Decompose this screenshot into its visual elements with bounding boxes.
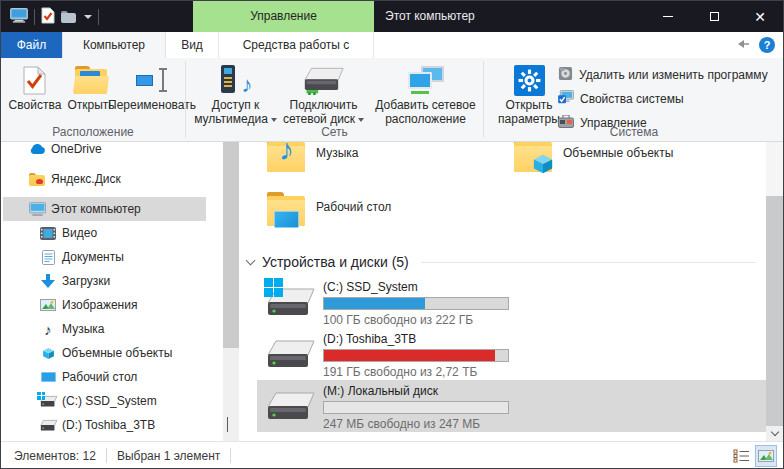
tab-computer[interactable]: Компьютер: [62, 32, 166, 58]
ribbon-corner-buttons: ?: [736, 32, 775, 58]
explorer-window: Управление Этот компьютер ✕ Файл Компьют…: [0, 0, 784, 469]
map-network-drive-button[interactable]: Подключить сетевой диск: [280, 62, 368, 126]
drive-tile-c[interactable]: (C:) SSD_System 100 ГБ свободно из 222 Г…: [257, 276, 766, 328]
sidebar-scroll-down-icon[interactable]: [227, 417, 228, 431]
add-network-location-label: Добавить сетевое расположение: [370, 98, 482, 126]
ribbon-tab-row: Файл Компьютер Вид Средства работы с дис…: [1, 32, 783, 58]
close-icon: ✕: [754, 10, 766, 24]
uninstall-program-label: Удалить или изменить программу: [579, 68, 768, 82]
free-space-text: 100 ГБ свободно из 222 ГБ: [323, 313, 513, 327]
sidebar-item-documents[interactable]: Документы: [3, 245, 206, 269]
large-icons-view-button[interactable]: [755, 445, 777, 467]
group-label-system: Система: [484, 125, 784, 139]
drive-name: (M:) Локальный диск: [323, 385, 513, 398]
sidebar-item-onedrive[interactable]: OneDrive: [3, 142, 206, 161]
items-count: Элементов: 12: [14, 449, 96, 463]
sidebar-item-videos[interactable]: Видео: [3, 221, 206, 245]
sidebar-item-drive-c[interactable]: (C:) SSD_System: [3, 389, 206, 413]
sidebar-item-label: (C:) SSD_System: [62, 394, 157, 408]
sidebar-item-music[interactable]: ♪ Музыка: [3, 317, 206, 341]
rename-button[interactable]: Переименовать: [119, 62, 185, 112]
customize-toolbar-chevron-icon[interactable]: [84, 15, 92, 19]
maximize-icon: [710, 12, 719, 21]
desktop-icon: [38, 372, 58, 382]
maximize-button[interactable]: [691, 1, 737, 32]
tab-view[interactable]: Вид: [166, 32, 218, 58]
drive-name: (C:) SSD_System: [323, 281, 513, 294]
group-label-location: Расположение: [1, 125, 185, 139]
properties-icon: [23, 62, 46, 98]
open-settings-label: Открыть параметры: [494, 98, 564, 126]
sidebar-item-label: Загрузки: [62, 274, 110, 288]
help-button[interactable]: ?: [759, 37, 775, 53]
media-server-icon: ♪: [219, 62, 253, 98]
drive-tile-m-selected[interactable]: (M:) Локальный диск 247 МБ свободно из 2…: [257, 380, 766, 432]
separator: [34, 9, 35, 25]
sidebar-item-label: Видео: [62, 226, 97, 240]
downloads-arrow-icon: [38, 274, 58, 289]
sidebar-item-this-pc[interactable]: Этот компьютер: [3, 197, 206, 221]
window-controls: ✕: [645, 1, 783, 32]
close-button[interactable]: ✕: [737, 1, 783, 32]
capacity-bar: [323, 349, 509, 362]
files-scroll-down-icon[interactable]: [766, 426, 783, 441]
sidebar-scrollbar-thumb[interactable]: [223, 142, 239, 348]
sidebar-scrollbar[interactable]: [223, 142, 239, 441]
tab-disk-tools[interactable]: Средства работы с дисками: [218, 32, 374, 58]
drive-tile-d[interactable]: (D:) Toshiba_3TB 191 ГБ свободно из 2,72…: [257, 328, 766, 380]
sidebar-item-3d-objects[interactable]: Объемные объекты: [3, 341, 206, 365]
onedrive-cloud-icon: [27, 143, 47, 155]
system-properties-icon: [558, 90, 574, 107]
uninstall-program-button[interactable]: Удалить или изменить программу: [558, 64, 768, 85]
group-header-line: [421, 262, 756, 263]
rename-label: Переименовать: [108, 98, 196, 112]
sidebar-item-downloads[interactable]: Загрузки: [3, 269, 206, 293]
sidebar-item-drive-d[interactable]: (D:) Toshiba_3TB: [3, 413, 206, 437]
files-pane: ♪ Музыка Объемные объекты Рабочий стол У…: [239, 142, 766, 441]
open-folder-icon: [74, 62, 108, 98]
capacity-bar: [323, 401, 509, 414]
sidebar-item-desktop[interactable]: Рабочий стол: [3, 365, 206, 389]
sidebar-item-label: Изображения: [62, 298, 137, 312]
folder-tile-desktop[interactable]: Рабочий стол: [267, 190, 514, 244]
sidebar-item-label: Яндекс.Диск: [51, 172, 121, 186]
sidebar-item-label: (D:) Toshiba_3TB: [62, 418, 155, 432]
window-title: Этот компьютер: [385, 1, 475, 32]
files-scrollbar-thumb[interactable]: [766, 196, 783, 429]
folder-tile-3d-objects[interactable]: Объемные объекты: [514, 142, 761, 190]
pin-ribbon-icon[interactable]: [736, 38, 750, 52]
tab-file[interactable]: Файл: [1, 32, 62, 58]
separator: [230, 448, 231, 463]
properties-button[interactable]: Свойства: [7, 62, 63, 112]
folder-tile-music[interactable]: ♪ Музыка: [267, 142, 514, 190]
new-folder-quick-icon[interactable]: [61, 11, 76, 23]
ribbon-group-network: ♪ Доступ к мультимедиа Подкл: [186, 58, 483, 141]
properties-label: Свойства: [9, 98, 62, 112]
properties-quick-icon[interactable]: [41, 7, 55, 27]
details-view-button[interactable]: [730, 445, 752, 467]
view-toggle-buttons: [730, 445, 777, 467]
sidebar-item-label: Объемные объекты: [62, 346, 172, 360]
this-pc-icon[interactable]: [10, 8, 28, 26]
dropdown-arrow-icon: [358, 118, 364, 122]
system-properties-button[interactable]: Свойства системы: [558, 88, 768, 109]
devices-and-drives-group-header[interactable]: Устройства и диски (5): [247, 254, 766, 270]
system-drive-icon: [267, 285, 315, 324]
status-bar: Элементов: 12 Выбран 1 элемент: [1, 441, 783, 469]
files-scrollbar[interactable]: [766, 142, 783, 441]
sidebar-item-yandex-disk[interactable]: Яндекс.Диск: [3, 167, 206, 191]
collapse-chevron-icon[interactable]: [246, 256, 256, 266]
group-header-label: Устройства и диски (5): [262, 254, 409, 270]
drive-icon: [267, 389, 315, 428]
network-drive-icon: [304, 62, 344, 98]
rename-icon: [136, 62, 169, 98]
settings-gear-icon: [514, 62, 545, 98]
add-network-location-button[interactable]: Добавить сетевое расположение: [370, 62, 482, 126]
drive-name: (D:) Toshiba_3TB: [323, 333, 513, 346]
media-access-button[interactable]: ♪ Доступ к мультимедиа: [194, 62, 278, 126]
open-settings-button[interactable]: Открыть параметры: [494, 62, 564, 126]
sidebar-item-label: Рабочий стол: [62, 370, 137, 384]
minimize-button[interactable]: [645, 1, 691, 32]
sidebar-item-pictures[interactable]: Изображения: [3, 293, 206, 317]
manage-contextual-tab[interactable]: Управление: [193, 1, 374, 32]
